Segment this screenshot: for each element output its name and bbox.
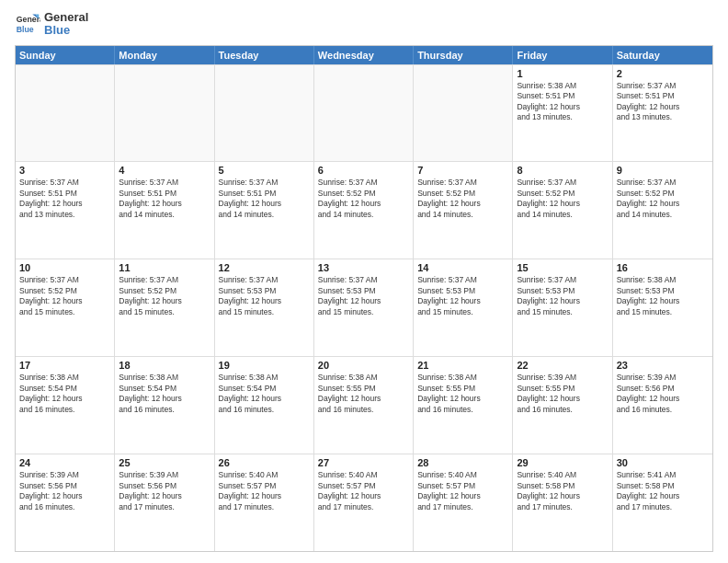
calendar-cell: 4Sunrise: 5:37 AM Sunset: 5:51 PM Daylig… [115,162,214,259]
day-number: 6 [318,165,409,176]
calendar-cell: 21Sunrise: 5:38 AM Sunset: 5:55 PM Dayli… [414,357,513,454]
calendar-cell: 10Sunrise: 5:37 AM Sunset: 5:52 PM Dayli… [16,259,115,356]
day-info: Sunrise: 5:37 AM Sunset: 5:53 PM Dayligh… [417,275,508,317]
day-info: Sunrise: 5:38 AM Sunset: 5:55 PM Dayligh… [417,373,508,415]
page: General Blue General Blue SundayMondayTu… [0,0,728,563]
day-info: Sunrise: 5:37 AM Sunset: 5:53 PM Dayligh… [517,275,608,317]
calendar-cell: 27Sunrise: 5:40 AM Sunset: 5:57 PM Dayli… [314,454,414,551]
calendar-cell: 22Sunrise: 5:39 AM Sunset: 5:55 PM Dayli… [513,357,612,454]
day-number: 20 [318,360,409,371]
day-number: 28 [417,457,508,468]
calendar-cell [215,65,314,162]
day-info: Sunrise: 5:39 AM Sunset: 5:56 PM Dayligh… [119,470,210,512]
day-number: 3 [19,165,110,176]
calendar-header-cell: Monday [115,46,214,64]
day-number: 24 [19,457,110,468]
calendar-cell: 16Sunrise: 5:38 AM Sunset: 5:53 PM Dayli… [613,259,712,356]
calendar: SundayMondayTuesdayWednesdayThursdayFrid… [15,45,713,552]
calendar-body: 1Sunrise: 5:38 AM Sunset: 5:51 PM Daylig… [16,64,712,551]
calendar-header-cell: Sunday [16,46,115,64]
calendar-cell [16,65,115,162]
logo-icon: General Blue [15,11,40,37]
day-info: Sunrise: 5:41 AM Sunset: 5:58 PM Dayligh… [617,470,709,512]
day-number: 30 [617,457,709,468]
calendar-cell: 11Sunrise: 5:37 AM Sunset: 5:52 PM Dayli… [115,259,214,356]
day-info: Sunrise: 5:37 AM Sunset: 5:53 PM Dayligh… [219,275,310,317]
calendar-header-cell: Saturday [613,46,712,64]
day-number: 25 [119,457,210,468]
calendar-cell: 25Sunrise: 5:39 AM Sunset: 5:56 PM Dayli… [115,454,214,551]
calendar-header-cell: Thursday [414,46,513,64]
calendar-cell: 2Sunrise: 5:37 AM Sunset: 5:51 PM Daylig… [613,65,712,162]
day-info: Sunrise: 5:40 AM Sunset: 5:58 PM Dayligh… [517,470,608,512]
day-info: Sunrise: 5:40 AM Sunset: 5:57 PM Dayligh… [219,470,310,512]
day-number: 11 [119,262,210,273]
calendar-cell: 17Sunrise: 5:38 AM Sunset: 5:54 PM Dayli… [16,357,115,454]
day-info: Sunrise: 5:37 AM Sunset: 5:52 PM Dayligh… [318,178,409,220]
day-number: 21 [417,360,508,371]
calendar-cell: 8Sunrise: 5:37 AM Sunset: 5:52 PM Daylig… [513,162,612,259]
day-number: 26 [219,457,310,468]
calendar-header-cell: Wednesday [314,46,414,64]
day-info: Sunrise: 5:37 AM Sunset: 5:52 PM Dayligh… [119,275,210,317]
calendar-header-cell: Tuesday [215,46,314,64]
calendar-cell: 9Sunrise: 5:37 AM Sunset: 5:52 PM Daylig… [613,162,712,259]
day-number: 12 [219,262,310,273]
day-info: Sunrise: 5:39 AM Sunset: 5:56 PM Dayligh… [617,373,709,415]
day-number: 29 [517,457,608,468]
day-number: 7 [417,165,508,176]
day-number: 16 [617,262,709,273]
logo: General Blue General Blue [15,11,88,38]
calendar-header-cell: Friday [513,46,612,64]
day-number: 18 [119,360,210,371]
calendar-cell [115,65,214,162]
calendar-row: 3Sunrise: 5:37 AM Sunset: 5:51 PM Daylig… [16,161,712,259]
day-info: Sunrise: 5:39 AM Sunset: 5:56 PM Dayligh… [19,470,110,512]
day-info: Sunrise: 5:38 AM Sunset: 5:54 PM Dayligh… [19,373,110,415]
day-number: 8 [517,165,608,176]
calendar-cell: 13Sunrise: 5:37 AM Sunset: 5:53 PM Dayli… [314,259,414,356]
day-info: Sunrise: 5:37 AM Sunset: 5:53 PM Dayligh… [318,275,409,317]
calendar-cell: 23Sunrise: 5:39 AM Sunset: 5:56 PM Dayli… [613,357,712,454]
day-number: 17 [19,360,110,371]
day-info: Sunrise: 5:38 AM Sunset: 5:51 PM Dayligh… [517,81,608,123]
day-info: Sunrise: 5:39 AM Sunset: 5:55 PM Dayligh… [517,373,608,415]
calendar-cell [414,65,513,162]
day-number: 1 [517,68,608,79]
day-info: Sunrise: 5:37 AM Sunset: 5:51 PM Dayligh… [219,178,310,220]
calendar-row: 17Sunrise: 5:38 AM Sunset: 5:54 PM Dayli… [16,356,712,454]
calendar-cell: 5Sunrise: 5:37 AM Sunset: 5:51 PM Daylig… [215,162,314,259]
svg-text:Blue: Blue [17,25,34,34]
day-number: 27 [318,457,409,468]
day-number: 23 [617,360,709,371]
calendar-cell: 6Sunrise: 5:37 AM Sunset: 5:52 PM Daylig… [314,162,414,259]
day-number: 5 [219,165,310,176]
day-info: Sunrise: 5:37 AM Sunset: 5:52 PM Dayligh… [417,178,508,220]
day-info: Sunrise: 5:40 AM Sunset: 5:57 PM Dayligh… [417,470,508,512]
logo-text: General Blue [44,11,88,38]
calendar-cell: 19Sunrise: 5:38 AM Sunset: 5:54 PM Dayli… [215,357,314,454]
calendar-cell: 1Sunrise: 5:38 AM Sunset: 5:51 PM Daylig… [513,65,612,162]
day-number: 10 [19,262,110,273]
header: General Blue General Blue [15,11,713,38]
day-number: 4 [119,165,210,176]
day-info: Sunrise: 5:37 AM Sunset: 5:52 PM Dayligh… [19,275,110,317]
calendar-cell: 28Sunrise: 5:40 AM Sunset: 5:57 PM Dayli… [414,454,513,551]
calendar-cell [314,65,414,162]
calendar-cell: 29Sunrise: 5:40 AM Sunset: 5:58 PM Dayli… [513,454,612,551]
calendar-cell: 7Sunrise: 5:37 AM Sunset: 5:52 PM Daylig… [414,162,513,259]
day-info: Sunrise: 5:40 AM Sunset: 5:57 PM Dayligh… [318,470,409,512]
day-info: Sunrise: 5:38 AM Sunset: 5:54 PM Dayligh… [219,373,310,415]
calendar-cell: 18Sunrise: 5:38 AM Sunset: 5:54 PM Dayli… [115,357,214,454]
day-number: 15 [517,262,608,273]
day-info: Sunrise: 5:38 AM Sunset: 5:54 PM Dayligh… [119,373,210,415]
day-number: 13 [318,262,409,273]
calendar-cell: 3Sunrise: 5:37 AM Sunset: 5:51 PM Daylig… [16,162,115,259]
calendar-header-row: SundayMondayTuesdayWednesdayThursdayFrid… [16,46,712,64]
day-info: Sunrise: 5:37 AM Sunset: 5:51 PM Dayligh… [617,81,709,123]
calendar-cell: 14Sunrise: 5:37 AM Sunset: 5:53 PM Dayli… [414,259,513,356]
day-info: Sunrise: 5:37 AM Sunset: 5:52 PM Dayligh… [517,178,608,220]
calendar-cell: 26Sunrise: 5:40 AM Sunset: 5:57 PM Dayli… [215,454,314,551]
calendar-cell: 15Sunrise: 5:37 AM Sunset: 5:53 PM Dayli… [513,259,612,356]
calendar-cell: 24Sunrise: 5:39 AM Sunset: 5:56 PM Dayli… [16,454,115,551]
